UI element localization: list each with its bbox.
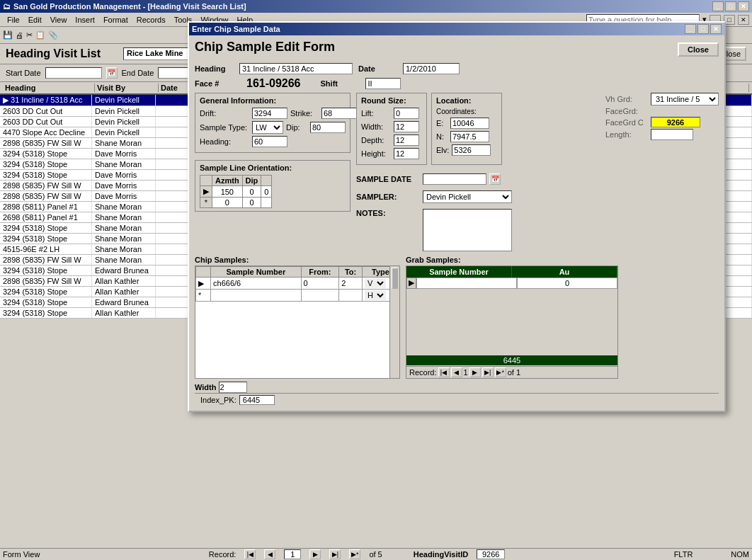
chip-maximize[interactable]: □ (697, 24, 709, 34)
height-label: Height: (361, 149, 391, 158)
samples-row: Chip Samples: Sample Number From: (195, 256, 719, 393)
chip-scrollbar[interactable] (389, 266, 399, 378)
chip-new-type-select[interactable]: H V (365, 290, 386, 300)
elv-row: Elv: (436, 144, 497, 156)
chip-new-from[interactable] (301, 290, 339, 302)
chip-col-from: From: (301, 267, 339, 278)
chip-title-bar: Enter Chip Sample Data _ □ ✕ (189, 23, 724, 35)
sampler-dropdown[interactable]: Devin Pickell (423, 190, 512, 203)
index-pk-row: Index_PK: 6445 (195, 393, 719, 406)
azmth-val-2[interactable]: 0 (212, 198, 243, 208)
chip-samples-title: Chip Samples: (195, 256, 400, 264)
chip-sample-num[interactable]: ch666/6 (211, 278, 302, 290)
chip-type-select[interactable]: V H (365, 278, 386, 288)
height-input[interactable] (394, 148, 419, 159)
strike-input[interactable] (321, 108, 357, 119)
grab-nav-last[interactable]: ▶| (482, 367, 494, 377)
chip-from[interactable]: 0 (301, 278, 339, 290)
dip-input[interactable] (310, 122, 346, 133)
e-input[interactable] (450, 118, 489, 129)
grab-nav-next[interactable]: ▶ (469, 367, 481, 377)
chip-main-body: General Information: Drift: Strike: Samp… (195, 93, 719, 251)
vhgrd-box: Vh Grd: 31 Incline / 5 FaceGrd: FaceGrd … (605, 93, 719, 142)
chip-data-row-1[interactable]: ▶ ch666/6 0 2 V H (196, 278, 399, 290)
n-input[interactable] (450, 131, 489, 142)
lift-row: Lift: (361, 108, 422, 119)
chip-close-button[interactable]: Close (678, 42, 719, 57)
sample-date-cal[interactable]: 📅 (489, 173, 501, 185)
chip-edit-form-title: Chip Sample Edit Form (195, 40, 335, 55)
chip-scroll-thumb[interactable] (392, 268, 398, 289)
elv-input[interactable] (452, 144, 491, 156)
grab-nav-prev[interactable]: ◀ (451, 367, 462, 377)
chip-title-controls[interactable]: _ □ ✕ (685, 24, 722, 34)
length-input[interactable] (651, 129, 693, 140)
chip-width-label: Width (195, 383, 216, 392)
heading-angle-input[interactable] (252, 136, 287, 147)
grab-nav-first[interactable]: |◀ (438, 367, 450, 377)
grab-sample-num[interactable] (416, 278, 517, 289)
width-input[interactable] (394, 121, 419, 132)
date-input[interactable] (403, 63, 460, 74)
chip-width-input[interactable] (219, 382, 247, 393)
chip-col-indicator (196, 267, 211, 278)
chip-width-row: Width (195, 382, 400, 393)
grab-samples-title: Grab Samples: (406, 256, 618, 264)
round-size-section: Round Size: Lift: Width: (356, 93, 427, 165)
chip-table: Sample Number From: To: Type ▶ (195, 266, 399, 302)
dip-label: Dip: (286, 123, 307, 132)
depth-input[interactable] (394, 135, 419, 146)
lift-label: Lift: (361, 109, 391, 118)
coords-row: Coordinates: (436, 108, 497, 115)
sample-date-row: SAMPLE DATE 📅 (356, 173, 512, 185)
e-label: E: (436, 119, 448, 127)
col-dip: Dip (242, 176, 261, 186)
n-label: N: (436, 132, 448, 141)
left-col: General Information: Drift: Strike: Samp… (195, 93, 351, 251)
face-grd-val-row: FaceGrd C 9266 (605, 117, 719, 127)
shift-label: Shift (321, 79, 360, 88)
orient-row-2: * 0 0 (200, 198, 272, 208)
vhgrd-label: Vh Grd: (605, 95, 648, 103)
chip-new-to[interactable] (339, 290, 363, 302)
sample-date-label: SAMPLE DATE (356, 175, 420, 183)
sample-type-row: Sample Type: LW Dip: (200, 121, 346, 134)
azmth-val[interactable]: 150 (212, 186, 243, 198)
shift-input[interactable] (365, 78, 401, 89)
extra-val: 0 (261, 186, 272, 198)
sample-type-select[interactable]: LW (252, 121, 283, 134)
heading-value: 31 Incline / 5318 Acc (239, 63, 353, 74)
length-label: Length: (605, 130, 648, 139)
chip-new-sample[interactable] (211, 290, 302, 302)
chip-new-row[interactable]: * H V (196, 290, 399, 302)
location-section: Location: Coordinates: E: N: (431, 93, 502, 165)
vhgrd-select[interactable]: 31 Incline / 5 (651, 93, 719, 105)
notes-textarea[interactable] (423, 209, 512, 251)
e-row: E: (436, 118, 497, 129)
face-label: Face # (195, 79, 234, 88)
grab-au-val[interactable]: 0 (517, 278, 617, 289)
grab-header: Sample Number Au (406, 266, 617, 278)
drift-row: Drift: Strike: (200, 108, 346, 119)
grab-nav-new[interactable]: ▶* (495, 367, 506, 377)
chip-scroll[interactable]: Sample Number From: To: Type ▶ (195, 266, 399, 365)
grab-of-label: of 1 (508, 368, 520, 377)
grab-col-au: Au (512, 266, 617, 278)
sample-date-input[interactable] (423, 173, 486, 185)
chip-to[interactable]: 2 (339, 278, 363, 290)
orient-row-1: ▶ 150 0 0 (200, 186, 272, 198)
gen-info-title: General Information: (200, 96, 346, 105)
heading-angle-row: Heading: (200, 136, 346, 147)
chip-close[interactable]: ✕ (710, 24, 722, 34)
sampler-label: SAMPLER: (356, 193, 420, 201)
chip-col-sample: Sample Number (211, 267, 302, 278)
dip-val-2[interactable]: 0 (242, 198, 261, 208)
chip-form-title: Enter Chip Sample Data (192, 25, 280, 33)
drift-label: Drift: (200, 109, 249, 118)
chip-minimize[interactable]: _ (685, 24, 696, 34)
lift-input[interactable] (394, 108, 419, 119)
drift-input[interactable] (252, 108, 287, 119)
n-row: N: (436, 131, 497, 142)
dip-val[interactable]: 0 (242, 186, 261, 198)
width-label: Width: (361, 122, 391, 131)
